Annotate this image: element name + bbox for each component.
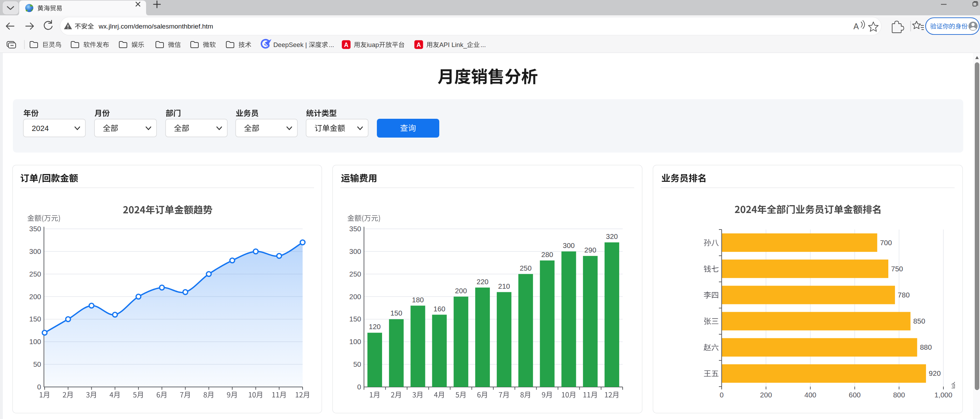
svg-text:...: ... xyxy=(480,41,486,48)
svg-text:780: 780 xyxy=(898,291,910,299)
svg-text:0: 0 xyxy=(719,391,724,399)
svg-text:400: 400 xyxy=(804,391,816,399)
svg-text:50: 50 xyxy=(33,360,41,368)
svg-text:300: 300 xyxy=(29,247,41,255)
svg-text:A: A xyxy=(853,22,859,31)
svg-text:250: 250 xyxy=(520,264,532,272)
svg-text:250: 250 xyxy=(349,270,361,278)
svg-text:iuap: iuap xyxy=(367,41,379,48)
svg-text:300: 300 xyxy=(349,247,361,255)
svg-text:880: 880 xyxy=(920,343,932,351)
svg-text:API Link_: API Link_ xyxy=(439,41,467,49)
svg-text:160: 160 xyxy=(433,305,445,313)
svg-text:A: A xyxy=(417,41,421,48)
svg-text:300: 300 xyxy=(563,241,574,249)
svg-text:0: 0 xyxy=(37,383,41,391)
svg-text:850: 850 xyxy=(913,317,925,325)
svg-text:700: 700 xyxy=(880,238,892,247)
svg-text:200: 200 xyxy=(349,292,361,301)
svg-text:100: 100 xyxy=(349,338,361,346)
svg-text:100: 100 xyxy=(29,338,41,346)
svg-text:290: 290 xyxy=(584,246,596,254)
svg-text:50: 50 xyxy=(353,360,361,368)
svg-text:220: 220 xyxy=(477,278,488,286)
svg-text:350: 350 xyxy=(349,225,361,233)
svg-text:600: 600 xyxy=(849,391,861,399)
svg-text:A: A xyxy=(344,41,348,48)
svg-text:280: 280 xyxy=(541,251,553,259)
svg-text:200: 200 xyxy=(760,391,772,399)
svg-text:1,000: 1,000 xyxy=(934,391,952,399)
svg-text:150: 150 xyxy=(349,315,361,323)
svg-text:150: 150 xyxy=(29,315,41,323)
svg-text:200: 200 xyxy=(29,292,41,301)
svg-text:180: 180 xyxy=(412,296,423,304)
svg-text:320: 320 xyxy=(606,232,618,240)
svg-text:150: 150 xyxy=(390,309,402,317)
svg-text:250: 250 xyxy=(29,270,41,278)
svg-text:...: ... xyxy=(329,41,334,48)
svg-text:0: 0 xyxy=(357,383,361,391)
svg-text:350: 350 xyxy=(29,225,41,233)
svg-text:750: 750 xyxy=(891,265,903,273)
svg-text:DeepSeek |: DeepSeek | xyxy=(273,41,307,48)
svg-text:920: 920 xyxy=(929,369,940,377)
svg-text:210: 210 xyxy=(498,282,510,290)
svg-text:2024: 2024 xyxy=(32,124,49,133)
svg-text:200: 200 xyxy=(455,287,467,295)
svg-text:800: 800 xyxy=(893,391,905,399)
svg-text:wx.jlnrj.com/demo/salesmonthbr: wx.jlnrj.com/demo/salesmonthbrief.htm xyxy=(98,23,213,30)
svg-text:120: 120 xyxy=(369,322,381,330)
